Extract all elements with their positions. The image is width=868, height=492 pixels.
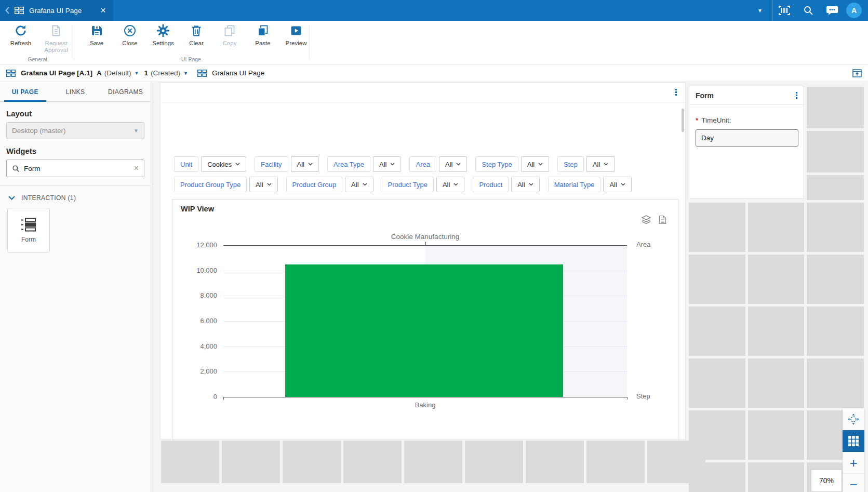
- tab-ui-page[interactable]: UI PAGE: [0, 82, 50, 101]
- left-sidebar: UI PAGELINKSDIAGRAMS Layout Desktop (mas…: [0, 82, 151, 492]
- zoom-out-button[interactable]: −: [843, 474, 864, 492]
- paste-button[interactable]: Paste: [245, 24, 281, 54]
- canvas-scrollbar[interactable]: [682, 109, 684, 132]
- filter-label-button[interactable]: Unit: [174, 156, 198, 172]
- placeholder-tile: [807, 87, 864, 128]
- placeholder-tile: [748, 203, 804, 252]
- filter-label-button[interactable]: Product Group: [286, 177, 343, 192]
- filter-label-button[interactable]: Product Group Type: [174, 177, 247, 192]
- chevron-down-icon: [363, 183, 367, 186]
- preview-button[interactable]: Preview: [278, 24, 314, 54]
- canvas-kebab-menu-icon[interactable]: [675, 89, 677, 96]
- widget-search-input[interactable]: [24, 165, 130, 172]
- filter-unit: UnitCookies: [174, 156, 246, 172]
- filter-label-button[interactable]: Facility: [255, 156, 288, 172]
- version-dropdown-icon[interactable]: ▼: [135, 71, 139, 76]
- filter-value-dropdown[interactable]: All: [249, 177, 277, 192]
- clear-button[interactable]: Clear: [179, 24, 214, 54]
- panel-title: WIP View: [181, 205, 214, 213]
- interaction-section-toggle[interactable]: INTERACTION (1): [8, 194, 144, 202]
- filter-value-dropdown[interactable]: All: [436, 177, 464, 192]
- search-icon: [12, 165, 20, 172]
- zoom-in-button[interactable]: +: [843, 452, 864, 474]
- chart-bar-baking: [285, 264, 563, 397]
- filter-step-type: Step TypeAll: [475, 156, 549, 172]
- tab-links[interactable]: LINKS: [50, 82, 101, 101]
- placeholder-tile: [807, 175, 864, 200]
- y-tick-label: 12,000: [176, 241, 217, 249]
- fit-to-screen-button[interactable]: [843, 408, 864, 430]
- form-panel-kebab-icon[interactable]: [796, 92, 797, 99]
- zoom-level-indicator: 70%: [811, 470, 842, 491]
- revision-dropdown-icon[interactable]: ▼: [183, 71, 188, 76]
- timeunit-input[interactable]: [696, 129, 798, 147]
- filter-value-dropdown[interactable]: All: [345, 177, 373, 192]
- filter-label-button[interactable]: Material Type: [548, 177, 601, 192]
- ribbon-button-label: Paste: [255, 40, 270, 47]
- filter-value: All: [256, 181, 263, 189]
- filter-value: All: [593, 161, 600, 168]
- filter-label-button[interactable]: Product Type: [382, 177, 434, 192]
- layers-icon[interactable]: [641, 215, 651, 224]
- form-widget-card[interactable]: Form: [7, 208, 50, 252]
- layout-heading: Layout: [6, 109, 144, 118]
- save-icon: [90, 24, 103, 37]
- copy-icon: [223, 24, 236, 37]
- filter-value: All: [609, 181, 617, 189]
- filter-value-dropdown[interactable]: All: [511, 177, 539, 192]
- grid-view-button[interactable]: [843, 430, 864, 452]
- filter-label-button[interactable]: Area Type: [327, 156, 370, 172]
- filter-value-dropdown[interactable]: All: [373, 156, 401, 172]
- page-grid-icon: [15, 7, 24, 14]
- breadcrumb-revision-number: 1: [144, 69, 148, 77]
- user-avatar[interactable]: A: [846, 3, 862, 18]
- filter-product-group-type: Product Group TypeAll: [174, 177, 278, 192]
- placeholder-tile: [283, 441, 341, 483]
- close-button[interactable]: Close: [112, 24, 148, 54]
- refresh-button[interactable]: Refresh: [3, 24, 38, 54]
- bottom-axis-label: Step: [636, 392, 650, 400]
- chat-icon[interactable]: [820, 0, 844, 21]
- canvas-divider: [161, 102, 685, 103]
- x-category-label: Baking: [223, 401, 627, 409]
- chevron-down-icon: [456, 163, 461, 166]
- y-tick-label: 2,000: [176, 367, 217, 375]
- clear-search-icon[interactable]: ×: [134, 164, 139, 173]
- filter-label-button[interactable]: Area: [409, 156, 436, 172]
- interaction-section-label: INTERACTION (1): [21, 194, 76, 202]
- filter-value-dropdown[interactable]: All: [603, 177, 631, 192]
- document-icon[interactable]: [659, 215, 666, 224]
- required-marker: *: [696, 116, 698, 124]
- chevron-down-icon: [267, 183, 272, 186]
- placeholder-tile: [807, 203, 864, 252]
- save-button[interactable]: Save: [79, 24, 114, 54]
- y-tick-label: 8,000: [176, 291, 217, 299]
- ribbon-group-uipage: UI Page: [181, 56, 201, 62]
- trash-icon: [190, 24, 203, 37]
- chevron-down-icon: [529, 183, 533, 186]
- tab-diagrams[interactable]: DIAGRAMS: [100, 82, 151, 101]
- filter-value-dropdown[interactable]: All: [291, 156, 319, 172]
- ribbon-separator: [74, 25, 74, 59]
- gear-icon: [156, 24, 170, 37]
- filter-value: All: [351, 181, 358, 189]
- filter-value-dropdown[interactable]: All: [521, 156, 549, 172]
- back-chevron-icon[interactable]: [5, 7, 9, 14]
- filter-label-button[interactable]: Step Type: [475, 156, 518, 172]
- search-icon[interactable]: [796, 0, 820, 21]
- tab-close-icon[interactable]: ×: [100, 6, 106, 15]
- settings-button[interactable]: Settings: [145, 24, 181, 54]
- filter-value-dropdown[interactable]: All: [439, 156, 467, 172]
- filter-value-dropdown[interactable]: All: [586, 156, 615, 172]
- page-tab[interactable]: Grafana UI Page ×: [0, 0, 113, 21]
- barcode-scan-icon[interactable]: [772, 0, 796, 21]
- layout-select[interactable]: Desktop (master) ▼: [6, 122, 144, 139]
- filter-label-button[interactable]: Product: [473, 177, 509, 192]
- filter-label-button[interactable]: Step: [557, 156, 584, 172]
- design-canvas[interactable]: UnitCookiesFacilityAllArea TypeAllAreaAl…: [160, 82, 686, 440]
- top-bar: Grafana UI Page × ▼ A: [0, 0, 868, 21]
- expand-window-icon[interactable]: [852, 69, 862, 77]
- request-approval-icon: [49, 24, 63, 37]
- filter-value-dropdown[interactable]: Cookies: [201, 156, 246, 172]
- topbar-dropdown-icon[interactable]: ▼: [748, 0, 772, 21]
